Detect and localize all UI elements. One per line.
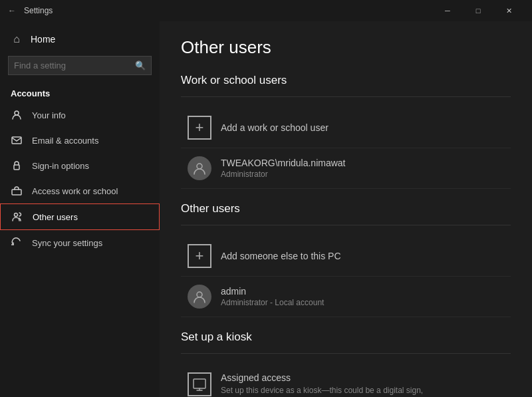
window-controls: ─ □ ✕	[432, 0, 524, 21]
search-box[interactable]: 🔍	[8, 56, 152, 75]
sidebar-item-email-accounts[interactable]: Email & accounts	[0, 128, 160, 153]
back-button[interactable]: ←	[8, 6, 16, 15]
svg-rect-7	[194, 379, 205, 388]
sign-in-label: Sign-in options	[32, 161, 89, 171]
sidebar-home[interactable]: ⌂ Home	[0, 27, 160, 52]
sidebar-item-your-info[interactable]: Your info	[0, 102, 160, 128]
work-user-name: TWEAKORG\mridula.nimawat	[221, 158, 345, 168]
search-input[interactable]	[14, 61, 130, 70]
svg-point-5	[197, 164, 202, 169]
sync-icon	[11, 237, 23, 249]
kiosk-assigned-access[interactable]: Assigned access Set up this device as a …	[181, 364, 511, 397]
home-icon: ⌂	[11, 33, 23, 45]
email-icon	[11, 134, 23, 146]
svg-rect-3	[12, 190, 21, 195]
existing-work-user-item[interactable]: TWEAKORG\mridula.nimawat Administrator	[181, 148, 511, 189]
content-area: Other users Work or school users + Add a…	[160, 21, 532, 397]
sidebar-item-sync[interactable]: Sync your settings	[0, 230, 160, 255]
work-user-avatar	[188, 156, 211, 180]
add-other-user-item[interactable]: + Add someone else to this PC	[181, 236, 511, 277]
kiosk-item-label: Assigned access	[221, 372, 447, 383]
svg-rect-2	[14, 165, 19, 170]
svg-rect-1	[12, 137, 21, 144]
add-other-label: Add someone else to this PC	[221, 251, 341, 261]
work-user-role: Administrator	[221, 170, 345, 179]
work-section-divider	[181, 96, 511, 97]
sidebar-item-sign-in[interactable]: Sign-in options	[0, 153, 160, 178]
kiosk-section-divider	[181, 353, 511, 354]
work-section-title: Work or school users	[181, 74, 511, 87]
maximize-button[interactable]: □	[463, 0, 493, 21]
sync-label: Sync your settings	[32, 238, 102, 248]
page-title: Other users	[181, 37, 511, 58]
add-work-label: Add a work or school user	[221, 122, 329, 133]
title-bar-left: ← Settings	[8, 6, 432, 15]
kiosk-section-title: Set up a kiosk	[181, 331, 511, 344]
other-user-role: Administrator - Local account	[221, 298, 324, 307]
add-work-user-item[interactable]: + Add a work or school user	[181, 108, 511, 148]
sidebar: ⌂ Home 🔍 Accounts Your info Email & acco…	[0, 21, 160, 397]
add-other-icon: +	[188, 244, 211, 268]
home-label: Home	[31, 34, 55, 45]
close-button[interactable]: ✕	[493, 0, 524, 21]
svg-point-6	[197, 292, 202, 297]
access-work-icon	[11, 185, 23, 197]
sidebar-item-other-users[interactable]: Other users	[0, 203, 160, 230]
your-info-icon	[11, 109, 23, 121]
svg-point-4	[15, 213, 18, 217]
other-section-divider	[181, 225, 511, 225]
access-work-label: Access work or school	[32, 186, 118, 196]
app-title: Settings	[24, 6, 53, 15]
search-icon: 🔍	[135, 61, 146, 70]
app-body: ⌂ Home 🔍 Accounts Your info Email & acco…	[0, 21, 532, 397]
svg-point-0	[15, 111, 19, 115]
sidebar-item-access-work[interactable]: Access work or school	[0, 178, 160, 203]
minimize-button[interactable]: ─	[432, 0, 463, 21]
kiosk-icon	[188, 372, 211, 396]
sign-in-icon	[11, 160, 23, 172]
other-section-title: Other users	[181, 202, 511, 215]
sidebar-section-title: Accounts	[0, 83, 160, 102]
other-user-name: admin	[221, 286, 324, 297]
other-users-icon	[11, 211, 23, 223]
email-accounts-label: Email & accounts	[32, 136, 98, 146]
other-user-avatar	[188, 285, 211, 309]
kiosk-item-desc: Set up this device as a kiosk—this could…	[221, 385, 447, 397]
existing-other-user-item[interactable]: admin Administrator - Local account	[181, 277, 511, 317]
other-users-label: Other users	[33, 212, 78, 222]
your-info-label: Your info	[32, 110, 66, 120]
add-work-icon: +	[188, 116, 211, 140]
title-bar: ← Settings ─ □ ✕	[0, 0, 532, 21]
